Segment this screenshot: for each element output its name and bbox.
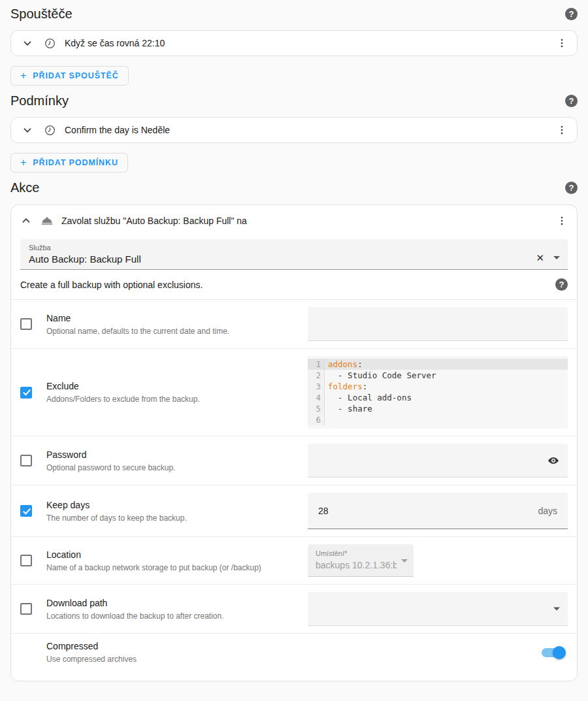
actions-title: Akce <box>10 180 39 195</box>
service-picker-label: Služba <box>29 244 518 252</box>
plus-icon: + <box>20 71 27 81</box>
keep-days-label: Keep days <box>46 500 187 510</box>
password-label: Password <box>46 449 175 460</box>
name-input[interactable] <box>308 307 568 341</box>
field-row-location: Location Name of a backup network storag… <box>11 537 577 585</box>
location-label: Location <box>46 549 261 560</box>
keep-days-checkbox[interactable] <box>20 505 32 517</box>
name-description: Optional name, defaults to the current d… <box>46 327 229 336</box>
field-row-keep-days: Keep days The number of days to keep the… <box>11 485 577 537</box>
code-line[interactable]: 3 folders: <box>308 381 568 392</box>
clear-icon[interactable]: ✕ <box>536 253 544 263</box>
chevron-down-icon[interactable] <box>19 122 36 139</box>
location-select[interactable]: Umístění* backups 10.2.1.36:bac <box>308 544 414 577</box>
location-checkbox[interactable] <box>20 555 32 566</box>
keep-days-description: The number of days to keep the backup. <box>46 514 187 523</box>
plus-icon: + <box>20 157 27 168</box>
trigger-summary: Když se čas rovná 22:10 <box>65 38 165 48</box>
actions-section-header: Akce ? <box>10 172 578 195</box>
keep-days-input[interactable]: 28 days <box>308 493 568 529</box>
field-row-password: Password Optional password to secure bac… <box>11 436 577 485</box>
eye-icon[interactable] <box>547 454 560 467</box>
automation-editor: Spouštěče ? Když se čas rovná 22:10 + PŘ… <box>0 0 588 681</box>
field-row-download-path: Download path Locations to download the … <box>11 585 577 634</box>
field-row-exclude: Exclude Addons/Folders to exclude from t… <box>11 349 577 436</box>
conditions-help-icon[interactable]: ? <box>565 95 578 107</box>
actions-help-icon[interactable]: ? <box>565 182 578 194</box>
keep-days-value: 28 <box>318 506 329 516</box>
download-path-label: Download path <box>46 598 224 608</box>
service-picker-value: Auto Backup: Backup Full <box>29 253 518 265</box>
code-line[interactable]: 4 - Local add-ons <box>308 392 568 403</box>
compressed-label: Compressed <box>46 641 137 651</box>
toggle-knob <box>553 646 566 659</box>
exclude-checkbox[interactable] <box>20 387 32 399</box>
compressed-toggle[interactable] <box>542 648 564 657</box>
dots-vertical-icon[interactable] <box>555 214 569 228</box>
code-line[interactable]: 5 - share <box>308 403 568 414</box>
add-trigger-button[interactable]: + PŘIDAT SPOUŠTĚČ <box>10 66 129 86</box>
exclude-label: Exclude <box>46 381 200 391</box>
dropdown-arrow-icon <box>401 559 408 562</box>
trigger-row[interactable]: Když se čas rovná 22:10 <box>10 30 578 56</box>
keep-days-suffix: days <box>538 506 557 516</box>
dots-vertical-icon[interactable] <box>555 36 569 50</box>
password-description: Optional password to secure backup. <box>46 463 175 472</box>
location-description: Name of a backup network storage to put … <box>46 563 261 572</box>
triggers-section-header: Spouštěče ? <box>10 0 578 22</box>
password-input[interactable] <box>308 444 568 478</box>
code-line[interactable]: 6 <box>308 414 568 425</box>
download-path-checkbox[interactable] <box>20 603 32 615</box>
location-select-label: Umístění* <box>316 549 397 557</box>
add-condition-label: PŘIDAT PODMÍNKU <box>33 158 118 167</box>
add-condition-button[interactable]: + PŘIDAT PODMÍNKU <box>10 153 128 172</box>
code-line[interactable]: 1 addons: <box>308 359 568 370</box>
name-label: Name <box>46 313 229 323</box>
action-card: Zavolat službu "Auto Backup: Backup Full… <box>10 204 578 681</box>
field-row-name: Name Optional name, defaults to the curr… <box>11 300 577 349</box>
clock-icon <box>44 37 56 50</box>
triggers-title: Spouštěče <box>10 7 73 22</box>
action-title: Zavolat službu "Auto Backup: Backup Full… <box>61 216 247 226</box>
triggers-help-icon[interactable]: ? <box>565 8 578 20</box>
add-trigger-label: PŘIDAT SPOUŠTĚČ <box>33 71 118 80</box>
service-description-row: Create a full backup with optional exclu… <box>11 270 577 300</box>
service-description: Create a full backup with optional exclu… <box>20 280 203 290</box>
download-path-select[interactable] <box>308 592 568 626</box>
field-row-compressed: Compressed Use compressed archives <box>11 634 577 681</box>
download-path-description: Locations to download the backup to afte… <box>46 611 224 621</box>
clock-icon <box>44 124 56 137</box>
compressed-description: Use compressed archives <box>46 655 137 664</box>
location-select-value: backups 10.2.1.36:bac <box>316 560 397 570</box>
action-header: Zavolat službu "Auto Backup: Backup Full… <box>11 205 577 235</box>
dropdown-arrow-icon[interactable] <box>553 607 560 610</box>
name-checkbox[interactable] <box>20 318 32 330</box>
chevron-down-icon[interactable] <box>19 35 36 52</box>
chevron-up-icon[interactable] <box>19 214 33 228</box>
dots-vertical-icon[interactable] <box>555 123 569 137</box>
service-picker[interactable]: Služba Auto Backup: Backup Full ✕ <box>20 239 568 270</box>
condition-summary: Confirm the day is Neděle <box>65 125 170 135</box>
room-service-icon <box>41 214 54 227</box>
code-line[interactable]: 2 - Studio Code Server <box>308 370 568 381</box>
yaml-editor[interactable]: 1 addons: 2 - Studio Code Server 3 folde… <box>308 356 568 429</box>
exclude-description: Addons/Folders to exclude from the backu… <box>46 395 200 404</box>
condition-row[interactable]: Confirm the day is Neděle <box>10 117 578 143</box>
dropdown-arrow-icon[interactable] <box>553 256 560 259</box>
conditions-title: Podmínky <box>10 93 69 108</box>
password-checkbox[interactable] <box>20 455 32 466</box>
service-help-icon[interactable]: ? <box>555 278 568 291</box>
conditions-section-header: Podmínky ? <box>10 86 578 108</box>
